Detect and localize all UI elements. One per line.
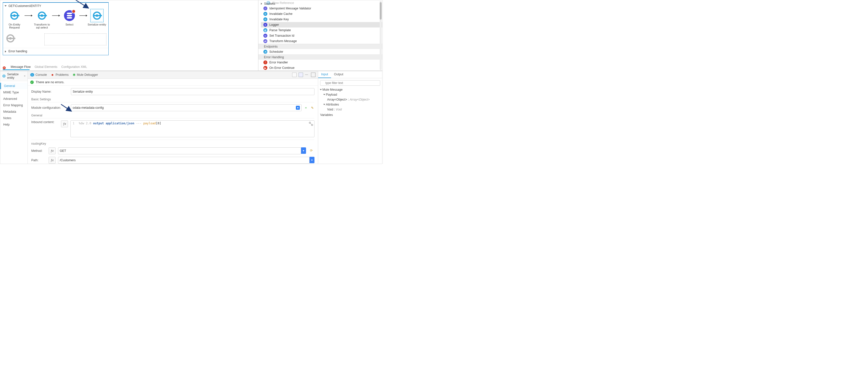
- io-tab-output[interactable]: Output: [331, 71, 346, 78]
- tab-configuration-xml[interactable]: Configuration XML: [61, 65, 87, 70]
- expand-icon[interactable]: [323, 94, 326, 95]
- close-icon[interactable]: ×: [24, 74, 26, 78]
- dataweave-editor[interactable]: 1 %dw 2.0 output application/json --- pa…: [70, 121, 314, 137]
- module-config-value: odata-metadata-config: [73, 106, 104, 109]
- node-label: Select: [65, 23, 73, 26]
- database-icon: [64, 10, 75, 21]
- flow-container[interactable]: GET\Customers\ENTITY On Entity Request: [3, 2, 108, 55]
- tab-problems[interactable]: Problems: [51, 73, 69, 76]
- filter-input[interactable]: [320, 80, 380, 86]
- canvas-tabs: ✕ Message Flow Global Elements Configura…: [3, 65, 87, 70]
- tab-console[interactable]: ▭ Console: [30, 73, 47, 76]
- palette-item-on-error-continue[interactable]: ▶On Error Continue: [261, 65, 382, 71]
- flow-nodes-row: On Entity Request Transform to sql selec…: [3, 9, 108, 31]
- error-handling-section[interactable]: Error handling: [3, 48, 108, 55]
- maximize-icon[interactable]: [311, 73, 315, 77]
- node-on-entity-request[interactable]: On Entity Request: [5, 10, 24, 29]
- svg-point-18: [3, 75, 4, 76]
- expand-icon[interactable]: [5, 50, 6, 53]
- properties-tab-header: Serialize entity ×: [0, 71, 28, 81]
- node-label: On Entity Request: [5, 23, 24, 29]
- palette-item-parse-template[interactable]: ◧Parse Template: [261, 28, 382, 33]
- svg-line-22: [310, 123, 311, 124]
- node-placeholder[interactable]: [5, 33, 16, 46]
- bottom-view-tabs: ▭ Console Problems ✱ Mule Debugger —: [28, 71, 318, 79]
- node-select[interactable]: Select: [60, 10, 79, 26]
- apikit-icon: [2, 74, 6, 78]
- palette-item-invalidate-key[interactable]: ⟳Invalidate Key: [261, 16, 382, 22]
- status-text: There are no errors.: [36, 80, 64, 84]
- apikit-icon: [9, 10, 20, 21]
- node-label: Transform to sql select: [32, 23, 52, 29]
- dropdown-icon[interactable]: ▾: [310, 157, 314, 163]
- ltab-metadata[interactable]: Metadata: [0, 108, 28, 115]
- palette-item-idempotent[interactable]: ✓Idempotent Message Validator: [261, 6, 382, 11]
- expand-icon[interactable]: [320, 89, 322, 91]
- ltab-notes[interactable]: Notes: [0, 115, 28, 122]
- expand-icon[interactable]: [5, 5, 7, 7]
- bug-icon: ✱: [73, 73, 75, 77]
- console-icon: ▭: [30, 73, 34, 76]
- routing-key-heading: routingKey: [31, 142, 314, 145]
- active-tab-indicator: [3, 69, 30, 70]
- palette-item-scheduler[interactable]: ◔Scheduler: [261, 49, 382, 55]
- refresh-icon[interactable]: ⟳: [310, 148, 314, 153]
- palette-section-error-handling[interactable]: Error Handling: [258, 55, 382, 60]
- palette-item-invalidate-cache[interactable]: ⟳Invalidate Cache: [261, 11, 382, 16]
- display-name-input[interactable]: [71, 88, 314, 95]
- ltab-general[interactable]: General: [0, 83, 28, 89]
- svg-point-12: [96, 14, 98, 17]
- palette-item-error-handler[interactable]: !Error Handler: [261, 60, 382, 65]
- path-input[interactable]: [58, 157, 310, 164]
- node-label: Serialize entity: [88, 23, 106, 26]
- fx-toggle-button[interactable]: ƒx: [49, 147, 56, 154]
- error-indicator-icon: ✕: [3, 66, 6, 69]
- add-config-icon[interactable]: ＋: [304, 105, 308, 110]
- svg-line-19: [61, 104, 71, 111]
- minimize-icon[interactable]: —: [305, 73, 309, 77]
- palette-panel: FFlow Reference Sockets ✓Idempotent Mess…: [258, 0, 382, 71]
- tab-message-flow[interactable]: Message Flow: [11, 65, 31, 70]
- node-transform-to-sql-select[interactable]: Transform to sql select: [32, 10, 52, 29]
- palette-item-transform-message[interactable]: ⇄Transform Message: [261, 38, 382, 44]
- node-serialize-entity[interactable]: Serialize entity: [87, 10, 106, 26]
- scrollbar[interactable]: [380, 1, 382, 70]
- palette-item-logger[interactable]: ≡Logger: [261, 22, 382, 28]
- method-input[interactable]: [58, 147, 301, 154]
- dropdown-icon[interactable]: ▾: [301, 147, 306, 154]
- palette-section-endpoints[interactable]: Endpoints: [258, 44, 382, 49]
- datasense-tree[interactable]: Mule Message Payload Array<Object> : Arr…: [320, 87, 380, 117]
- annotation-arrow-icon: [60, 103, 74, 113]
- drop-zone[interactable]: [44, 33, 106, 45]
- general-heading: General: [31, 114, 314, 118]
- palette-category-sockets[interactable]: Sockets: [258, 1, 277, 6]
- edit-config-icon[interactable]: ✎: [310, 105, 314, 110]
- svg-point-15: [9, 37, 12, 40]
- expand-editor-icon[interactable]: [309, 122, 313, 126]
- ltab-error-mapping[interactable]: Error Mapping: [0, 102, 28, 108]
- ltab-advanced[interactable]: Advanced: [0, 96, 28, 102]
- tab-mule-debugger[interactable]: ✱ Mule Debugger: [73, 73, 98, 77]
- ltab-mime-type[interactable]: MIME Type: [0, 89, 28, 96]
- palette-item[interactable]: FFlow Reference: [264, 0, 382, 6]
- scrollbar-thumb[interactable]: [380, 2, 382, 20]
- ltab-help[interactable]: Help: [0, 122, 28, 128]
- dropdown-icon[interactable]: ▾: [296, 106, 300, 110]
- svg-point-3: [13, 14, 16, 17]
- inbound-content-label: Inbound content:: [31, 121, 59, 124]
- apikit-icon: [92, 10, 102, 21]
- palette-item-set-transaction-id[interactable]: idSet Transaction Id: [261, 33, 382, 38]
- toolbar-icon-2[interactable]: [299, 73, 303, 77]
- io-tab-input[interactable]: Input: [318, 71, 331, 78]
- flow-arrow-icon: [24, 10, 32, 21]
- fx-toggle-button[interactable]: ƒx: [49, 157, 56, 164]
- flow-arrow-icon: [79, 10, 87, 21]
- flow-title: GET\Customers\ENTITY: [3, 3, 108, 9]
- apikit-grey-icon: [5, 33, 16, 44]
- toolbar-icon-1[interactable]: [292, 73, 297, 77]
- flow-canvas[interactable]: GET\Customers\ENTITY On Entity Request: [0, 0, 258, 71]
- properties-side-tabs: Serialize entity × General MIME Type Adv…: [0, 71, 28, 164]
- tab-global-elements[interactable]: Global Elements: [35, 65, 58, 70]
- expand-icon[interactable]: [323, 104, 326, 105]
- fx-toggle-button[interactable]: ƒx: [61, 121, 68, 127]
